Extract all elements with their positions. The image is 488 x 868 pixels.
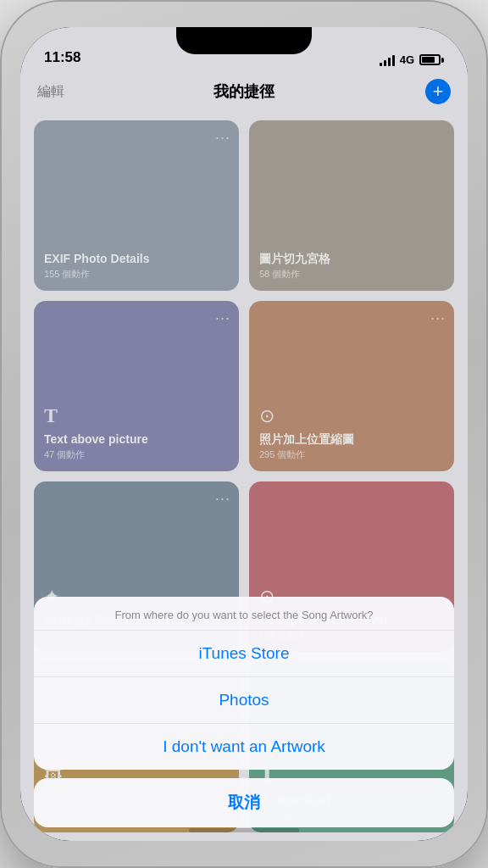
phone-inner: 11:58 4G [20, 27, 468, 841]
action-sheet-prompt: From where do you want to select the Son… [34, 597, 454, 631]
notch [176, 27, 312, 54]
phone-frame: 11:58 4G [0, 0, 488, 868]
itunes-store-option[interactable]: iTunes Store [34, 631, 454, 677]
home-indicator [189, 828, 299, 832]
photos-option[interactable]: Photos [34, 677, 454, 724]
action-sheet-overlay: From where do you want to select the Son… [20, 27, 468, 841]
action-sheet: From where do you want to select the Son… [20, 597, 468, 841]
no-artwork-option[interactable]: I don't want an Artwork [34, 724, 454, 770]
cancel-button[interactable]: 取消 [34, 778, 454, 827]
screen: 11:58 4G [20, 27, 468, 841]
sheet-options-card: From where do you want to select the Son… [34, 597, 454, 770]
